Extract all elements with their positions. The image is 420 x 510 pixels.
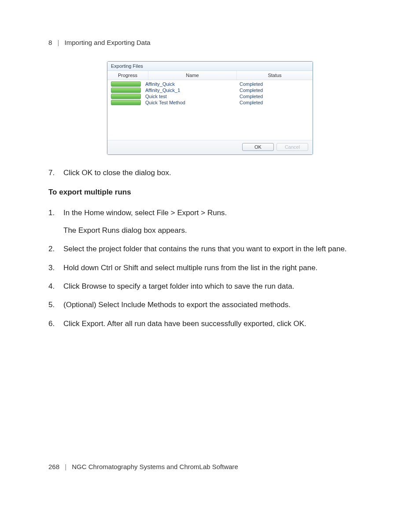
sub-heading: To export multiple runs [48, 187, 372, 198]
step-text: Select the project folder that contains … [63, 243, 372, 255]
list-item: 2. Select the project folder that contai… [48, 243, 372, 255]
header-separator: | [54, 39, 63, 46]
table-row: Affinity_Quick_1 Completed [107, 87, 313, 93]
step-number: 3. [48, 262, 63, 274]
step-number: 1. [48, 207, 63, 237]
step-number: 5. [48, 299, 63, 311]
running-footer: 268 | NGC Chromatography Systems and Chr… [48, 463, 238, 470]
running-header: 8 | Importing and Exporting Data [48, 39, 372, 46]
step-number: 2. [48, 243, 63, 255]
step-text: (Optional) Select Include Methods to exp… [63, 299, 372, 311]
dialog-body: Affinity_Quick Completed Affinity_Quick_… [107, 80, 313, 140]
row-name: Affinity_Quick [144, 81, 226, 87]
table-row: Affinity_Quick Completed [107, 81, 313, 87]
list-item: 4. Click Browse to specify a target fold… [48, 281, 372, 292]
progress-bar-icon [111, 100, 141, 105]
progress-bar-icon [111, 94, 141, 99]
row-status: Completed [226, 94, 310, 99]
page-number: 268 [48, 463, 59, 470]
step-text: Click Export. After all run data have be… [63, 318, 372, 330]
page: 8 | Importing and Exporting Data Exporti… [0, 0, 420, 510]
row-name: Quick Test Method [144, 100, 226, 105]
cancel-button: Cancel [276, 143, 308, 151]
list-item: 1. In the Home window, select File > Exp… [48, 207, 372, 237]
table-row: Quick test Completed [107, 93, 313, 99]
dialog-title: Exporting Files [107, 62, 313, 71]
progress-bar-icon [111, 81, 141, 87]
row-name: Quick test [144, 94, 226, 99]
footer-separator: | [61, 463, 70, 470]
row-status: Completed [226, 100, 310, 105]
step-text: Hold down Ctrl or Shift and select multi… [63, 262, 372, 274]
step-text: In the Home window, select File > Export… [63, 207, 372, 237]
dialog-screenshot: Exporting Files Progress Name Status Aff… [48, 61, 372, 155]
col-header-status: Status [237, 71, 313, 80]
chapter-title: Importing and Exporting Data [65, 39, 151, 46]
dialog-column-headers: Progress Name Status [107, 71, 313, 80]
col-header-name: Name [148, 71, 237, 80]
step-text: Click OK to close the dialog box. [63, 167, 372, 179]
list-item: 6. Click Export. After all run data have… [48, 318, 372, 330]
progress-bar-icon [111, 88, 141, 93]
list-item: 5. (Optional) Select Include Methods to … [48, 299, 372, 311]
step-sub-text: The Export Runs dialog box appears. [63, 225, 372, 236]
list-item: 7. Click OK to close the dialog box. [48, 167, 372, 179]
dialog-footer: OK Cancel [107, 140, 313, 154]
table-row: Quick Test Method Completed [107, 99, 313, 106]
col-header-progress: Progress [107, 71, 148, 80]
chapter-number: 8 [48, 39, 52, 46]
row-name: Affinity_Quick_1 [144, 88, 226, 93]
row-status: Completed [226, 81, 310, 87]
ok-button[interactable]: OK [242, 143, 274, 151]
doc-title: NGC Chromatography Systems and ChromLab … [72, 463, 238, 470]
step-text: Click Browse to specify a target folder … [63, 281, 372, 292]
exporting-files-dialog: Exporting Files Progress Name Status Aff… [107, 61, 313, 155]
row-status: Completed [226, 88, 310, 93]
step-number: 4. [48, 281, 63, 292]
numbered-list: 1. In the Home window, select File > Exp… [48, 207, 372, 330]
list-item: 3. Hold down Ctrl or Shift and select mu… [48, 262, 372, 274]
step-number: 7. [48, 167, 63, 179]
step-number: 6. [48, 318, 63, 330]
body-content: 7. Click OK to close the dialog box. To … [48, 167, 372, 330]
continuation-list: 7. Click OK to close the dialog box. [48, 167, 372, 179]
step-text-main: In the Home window, select File > Export… [63, 209, 227, 217]
